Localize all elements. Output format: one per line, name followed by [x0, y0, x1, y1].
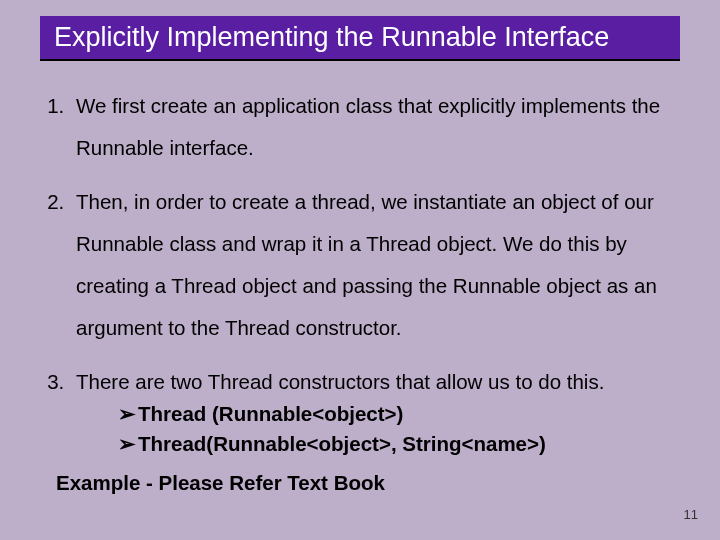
list-item: There are two Thread constructors that a… [70, 361, 676, 458]
sub-item: ➢Thread(Runnable<object>, String<name>) [118, 429, 676, 459]
page-number: 11 [684, 507, 698, 522]
title-bar: Explicitly Implementing the Runnable Int… [40, 16, 680, 61]
list-item: Then, in order to create a thread, we in… [70, 181, 676, 349]
bullet-arrow-icon: ➢ [118, 402, 136, 425]
bullet-arrow-icon: ➢ [118, 432, 136, 455]
list-text: We first create an application class tha… [76, 94, 660, 159]
numbered-list: We first create an application class tha… [44, 85, 676, 459]
sub-text: Thread (Runnable<object>) [138, 402, 403, 425]
slide-title: Explicitly Implementing the Runnable Int… [54, 22, 609, 52]
example-note: Example - Please Refer Text Book [56, 471, 676, 495]
list-text: There are two Thread constructors that a… [76, 370, 604, 393]
sub-list: ➢Thread (Runnable<object>) ➢Thread(Runna… [118, 399, 676, 458]
list-text: Then, in order to create a thread, we in… [76, 190, 657, 339]
list-item: We first create an application class tha… [70, 85, 676, 169]
sub-item: ➢Thread (Runnable<object>) [118, 399, 676, 429]
content-area: We first create an application class tha… [0, 61, 720, 495]
sub-text: Thread(Runnable<object>, String<name>) [138, 432, 546, 455]
